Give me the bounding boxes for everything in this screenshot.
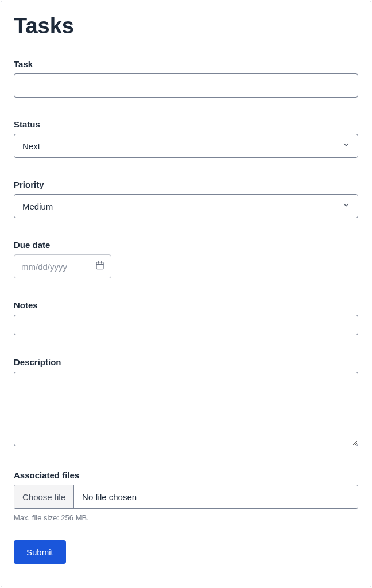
file-size-hint: Max. file size: 256 MB. — [14, 513, 358, 522]
status-label: Status — [14, 119, 358, 129]
file-chosen-label[interactable]: No file chosen — [74, 485, 358, 508]
task-label: Task — [14, 59, 358, 69]
field-due-date: Due date mm/dd/yyyy — [14, 240, 358, 278]
description-label: Description — [14, 357, 358, 367]
due-date-placeholder: mm/dd/yyyy — [21, 262, 67, 272]
field-status: Status Next — [14, 119, 358, 158]
status-selected-value: Next — [22, 141, 40, 151]
submit-button[interactable]: Submit — [14, 540, 66, 564]
priority-select-wrap: Medium — [14, 194, 358, 218]
status-select-wrap: Next — [14, 134, 358, 158]
due-date-wrap: mm/dd/yyyy — [14, 254, 111, 278]
notes-label: Notes — [14, 300, 358, 310]
task-input[interactable] — [14, 74, 358, 98]
field-notes: Notes — [14, 300, 358, 335]
choose-file-button[interactable]: Choose file — [14, 485, 74, 508]
status-select[interactable]: Next — [14, 134, 358, 158]
priority-select[interactable]: Medium — [14, 194, 358, 218]
form-container: Tasks Task Status Next Priority Medium D… — [1, 1, 371, 587]
priority-label: Priority — [14, 180, 358, 189]
due-date-input[interactable]: mm/dd/yyyy — [14, 254, 111, 278]
files-label: Associated files — [14, 470, 358, 480]
priority-selected-value: Medium — [22, 202, 53, 211]
file-picker: Choose file No file chosen — [14, 485, 358, 509]
field-priority: Priority Medium — [14, 180, 358, 218]
field-description: Description — [14, 357, 358, 448]
due-date-label: Due date — [14, 240, 358, 250]
description-textarea[interactable] — [14, 372, 358, 446]
notes-input[interactable] — [14, 315, 358, 335]
field-task: Task — [14, 59, 358, 98]
field-files: Associated files Choose file No file cho… — [14, 470, 358, 522]
page-title: Tasks — [14, 14, 358, 38]
